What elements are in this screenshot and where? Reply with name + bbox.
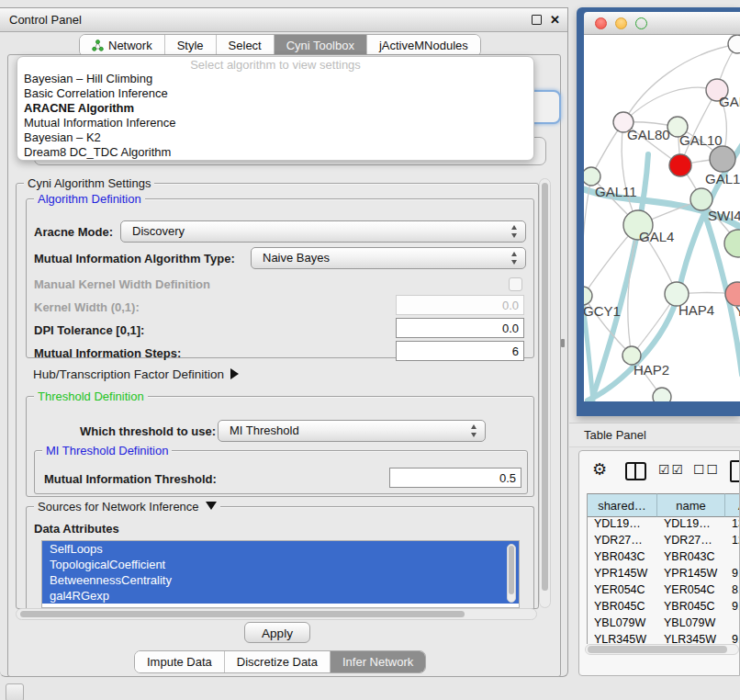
gear-icon[interactable]: ⚙ — [592, 459, 607, 480]
columns-icon[interactable] — [625, 462, 646, 480]
tab-jactivemnodules[interactable]: jActiveMNodules — [366, 35, 480, 56]
panel-title: Control Panel — [9, 8, 82, 31]
tab-select[interactable]: Select — [216, 35, 274, 56]
settings-horizontal-scrollbar[interactable] — [16, 608, 537, 620]
tab-cyni-toolbox[interactable]: Cyni Toolbox — [274, 35, 366, 56]
table-cell: YBL079W — [588, 616, 657, 631]
network-node[interactable] — [710, 146, 735, 172]
tab-style[interactable]: Style — [164, 35, 216, 56]
table-cell: 9. — [725, 600, 740, 615]
tab-label: Impute Data — [147, 655, 212, 669]
table-cell: YPR145W — [588, 567, 657, 581]
network-node[interactable] — [669, 154, 691, 176]
node-label: GAL80 — [627, 127, 670, 142]
network-edge[interactable] — [584, 305, 593, 401]
mi-steps-field[interactable]: 6 — [396, 341, 524, 361]
table-cell — [725, 550, 740, 565]
list-scrollbar[interactable] — [507, 544, 516, 603]
table-cell: 13 — [725, 517, 740, 532]
table-cell: 8. — [725, 583, 740, 598]
hub-definition-toggle[interactable]: Hub/Transcription Factor Definition — [33, 366, 239, 384]
close-icon[interactable]: ✕ — [550, 11, 560, 28]
zoom-traffic-light-icon[interactable] — [635, 17, 647, 29]
node-label: GAL4 — [639, 229, 674, 244]
apply-button[interactable]: Apply — [244, 622, 310, 643]
mi-threshold-field[interactable]: 0.5 — [389, 468, 521, 488]
column-header[interactable]: name — [657, 493, 725, 517]
tab-discretize-data[interactable]: Discretize Data — [224, 651, 330, 672]
aracne-mode-select[interactable]: Discovery — [120, 220, 526, 243]
table-row[interactable]: YBL079WYBL079W — [588, 616, 740, 633]
attribute-option[interactable]: BetweennessCentrality — [42, 572, 519, 588]
collapse-arrow-icon — [206, 502, 217, 510]
algorithm-option[interactable]: Mutual Information Inference — [17, 116, 533, 130]
attribute-option[interactable]: gal4RGexp — [42, 588, 519, 604]
table-row[interactable]: YDL19…YDL19…13 — [588, 517, 740, 534]
network-node[interactable] — [653, 388, 671, 401]
tab-impute-data[interactable]: Impute Data — [135, 651, 224, 672]
close-traffic-light-icon[interactable] — [595, 17, 607, 29]
algorithm-definition-group: Algorithm Definition Aracne Mode: Discov… — [26, 198, 534, 358]
table-cell: YER054C — [657, 583, 725, 598]
bottom-tabs: Impute Data Discretize Data Infer Networ… — [134, 650, 426, 673]
which-threshold-select[interactable]: MI Threshold — [218, 420, 486, 442]
algorithm-option[interactable]: Bayesian – K2 — [17, 130, 533, 145]
table-cell: YDR27… — [657, 534, 725, 548]
algorithm-option[interactable]: ARACNE Algorithm — [17, 101, 533, 116]
deselect-all-checkboxes-icon[interactable]: ☐☐ — [693, 462, 720, 477]
column-header[interactable]: shared… — [588, 493, 657, 517]
column-header[interactable]: A — [725, 493, 740, 517]
table-row[interactable]: YBR045CYBR045C9. — [588, 600, 740, 616]
control-panel-titlebar[interactable]: Control Panel ✕ — [0, 8, 567, 32]
node-label: GAL10 — [679, 132, 723, 148]
splitter-handle[interactable] — [561, 339, 565, 347]
data-attributes-list[interactable]: SelfLoopsTopologicalCoefficientBetweenne… — [41, 540, 520, 608]
expand-arrow-icon — [230, 368, 239, 379]
minimize-traffic-light-icon[interactable] — [615, 17, 627, 29]
attribute-option[interactable]: TopologicalCoefficient — [42, 557, 519, 572]
network-icon — [92, 40, 104, 51]
table-row[interactable]: YBR043CYBR043C — [588, 550, 740, 567]
table-row[interactable]: YPR145WYPR145W9. — [588, 567, 740, 583]
network-node[interactable] — [584, 167, 600, 186]
node-table: shared…nameA YDL19…YDL19…13YDR27…YDR27…1… — [587, 493, 740, 644]
kernel-width-field[interactable]: 0.0 — [396, 295, 524, 315]
table-cell: 12 — [725, 534, 740, 548]
manual-kernel-label: Manual Kernel Width Definition — [34, 276, 210, 294]
tab-network[interactable]: Network — [80, 35, 164, 56]
algorithm-option[interactable]: Dream8 DC_TDC Algorithm — [17, 145, 533, 160]
which-threshold-label: Which threshold to use: — [80, 423, 216, 441]
table-row[interactable]: YDR27…YDR27…12 — [588, 534, 740, 550]
float-window-icon[interactable] — [532, 15, 542, 25]
sources-toggle[interactable]: Sources for Network Inference — [34, 500, 220, 514]
network-node[interactable] — [724, 230, 740, 257]
mi-threshold-group: MI Threshold Definition Mutual Informati… — [34, 450, 528, 494]
tab-infer-network[interactable]: Infer Network — [330, 651, 425, 672]
algorithm-option[interactable]: Basic Correlation Inference — [17, 86, 533, 101]
table-panel-header[interactable]: Table Panel — [569, 423, 740, 447]
table-cell: YBL079W — [657, 616, 725, 631]
network-node[interactable] — [584, 287, 592, 305]
table-cell: YBR045C — [588, 600, 657, 615]
group-title: MI Threshold Definition — [42, 444, 172, 457]
mi-type-select[interactable]: Naive Bayes — [251, 247, 526, 269]
field-value: 0.0 — [502, 299, 519, 312]
network-node[interactable] — [728, 35, 740, 53]
table-horizontal-scrollbar[interactable] — [585, 644, 739, 655]
table-row[interactable]: YLR345WYLR345W9. — [588, 633, 740, 644]
document-icon[interactable] — [730, 460, 740, 482]
table-row[interactable]: YER054CYER054C8. — [588, 583, 740, 600]
network-view-window: GALGAL80GAL10GAL1GAL11SWI4GAL4GCY1HAP4YH… — [577, 7, 740, 416]
settings-vertical-scrollbar[interactable] — [539, 178, 551, 608]
select-all-checkboxes-icon[interactable]: ☑☑ — [658, 462, 685, 477]
network-canvas[interactable]: GALGAL80GAL10GAL1GAL11SWI4GAL4GCY1HAP4YH… — [584, 35, 740, 401]
attribute-option[interactable]: SelfLoops — [42, 541, 519, 557]
dpi-tolerance-field[interactable]: 0.0 — [396, 318, 524, 338]
field-value: 6 — [512, 344, 519, 358]
manual-kernel-checkbox[interactable] — [509, 277, 522, 291]
network-window-titlebar[interactable] — [584, 12, 740, 35]
algorithm-option[interactable]: Bayesian – Hill Climbing — [17, 72, 533, 86]
combo-stepper-icon — [510, 225, 520, 238]
collapsed-panel-button[interactable] — [6, 683, 24, 700]
algorithm-dropdown-popup: Select algorithm to view settings Bayesi… — [17, 56, 534, 161]
